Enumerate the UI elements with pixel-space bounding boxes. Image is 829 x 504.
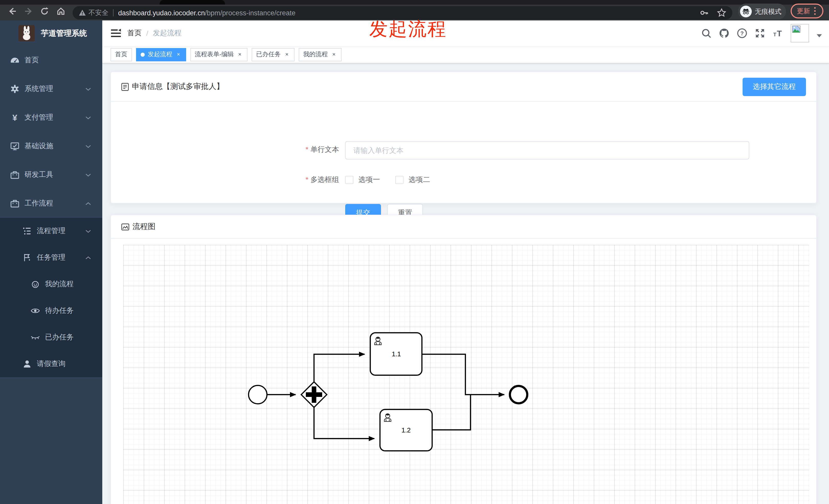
logo-rabbit-image [19,25,35,41]
flow-edge-gateway-task2[interactable] [314,408,374,438]
chevron-down-icon [85,173,91,177]
annotation-text: 发起流程 [369,17,447,42]
chevron-down-icon [85,144,91,148]
sidebar-item-my-processes[interactable]: 我的流程 [0,271,102,298]
active-tab-dot [141,52,145,56]
sidebar-item-done-tasks[interactable]: 已办任务 [0,324,102,351]
security-label[interactable]: 不安全 [88,8,108,17]
task-label: 1.1 [392,350,401,358]
picture-icon [121,223,130,230]
sidebar-item-process-management[interactable]: 流程管理 [0,218,102,244]
chevron-up-icon [85,256,91,260]
checkbox-option-two[interactable]: 选项二 [395,175,430,185]
sidebar-item-task-management[interactable]: 任务管理 [0,244,102,271]
update-label[interactable]: 更新 [797,6,810,15]
single-line-text-input[interactable] [345,141,749,159]
sidebar-item-dev-tools[interactable]: 研发工具 [0,160,102,189]
tab-done-tasks[interactable]: 已办任务× [252,48,295,61]
password-key-icon[interactable] [699,8,709,17]
home-icon[interactable] [56,7,66,16]
sidebar-item-infrastructure[interactable]: 基础设施 [0,132,102,160]
checkbox-group-label: *多选框组 [111,175,339,185]
browser-tab-strip [0,0,829,5]
text-field-label: *单行文本 [111,145,339,154]
end-event[interactable] [510,386,527,403]
bookmark-star-icon[interactable] [717,8,726,17]
breadcrumb-current: 发起流程 [153,29,182,38]
broken-image-icon [792,26,800,33]
address-divider [113,9,113,16]
tree-list-icon [23,226,32,236]
reload-icon[interactable] [40,7,49,16]
font-size-icon[interactable]: TT [773,28,783,38]
tab-home[interactable]: 首页 [110,48,132,61]
forward-icon[interactable] [24,7,33,16]
form-body: *单行文本 *多选框组 选项一 选项二 提交 重置 [111,102,816,203]
chrome-menu-icon[interactable] [814,7,816,15]
app-logo[interactable]: 芋道管理系统 [0,21,102,46]
choose-other-process-button[interactable]: 选择其它流程 [743,78,806,96]
tab-my-processes[interactable]: 我的流程× [299,48,341,61]
fullscreen-icon[interactable] [755,28,765,38]
application-info-card: 申请信息【测试多审批人】 选择其它流程 *单行文本 *多选框组 选项一 选项二 … [110,72,817,203]
sidebar-item-payment[interactable]: ¥ 支付管理 [0,103,102,132]
flow-edge-task2-join[interactable] [432,395,470,430]
app-root: 不安全 dashboard.yudao.iocoder.cn/bpm/proce… [0,0,829,504]
checkbox-option-one[interactable]: 选项一 [345,175,380,185]
toolbox-icon [10,170,20,180]
sidebar-item-home[interactable]: 首页 [0,46,102,75]
svg-text:T: T [773,32,776,37]
document-icon [121,83,129,91]
bpmn-diagram: 1.1 1.2 [123,245,809,504]
close-icon[interactable]: × [175,51,182,57]
close-icon[interactable]: × [331,51,337,57]
browser-active-tab[interactable] [159,0,225,5]
checkbox-icon[interactable] [395,176,403,184]
close-icon[interactable]: × [284,51,290,57]
gear-icon [10,84,20,93]
sidebar-collapse-icon[interactable] [111,28,121,38]
svg-text:¥: ¥ [12,113,17,122]
tab-create-process[interactable]: 发起流程× [136,48,186,61]
search-icon[interactable] [701,28,711,38]
github-icon[interactable] [719,28,729,38]
checkbox-group: 选项一 选项二 [345,175,445,185]
main-content: 申请信息【测试多审批人】 选择其它流程 *单行文本 *多选框组 选项一 选项二 … [102,64,829,504]
avatar-dropdown-caret-icon[interactable] [817,34,822,37]
url-path[interactable]: /bpm/process-instance/create [205,9,295,16]
breadcrumb-separator: / [146,29,148,37]
incognito-badge: 无痕模式 [738,4,786,20]
checkbox-icon[interactable] [345,176,353,184]
sidebar-item-workflow[interactable]: 工作流程 [0,189,102,218]
process-diagram-card: 流程图 [110,215,817,504]
chrome-update-button[interactable]: 更新 [791,4,823,18]
bpmn-canvas[interactable]: 1.1 1.2 [123,245,809,504]
monitor-icon [10,142,20,151]
form-card-title: 申请信息【测试多审批人】 [132,82,224,91]
required-mark: * [305,175,309,184]
url-host[interactable]: dashboard.yudao.iocoder.cn [118,9,205,16]
help-icon[interactable]: ? [737,28,747,38]
incognito-icon [740,6,752,17]
toolbox-icon [10,199,20,208]
close-icon[interactable]: × [237,51,243,57]
yen-icon: ¥ [10,113,20,122]
tab-process-form-edit[interactable]: 流程表单-编辑× [190,48,248,61]
sidebar-item-todo-tasks[interactable]: 待办任务 [0,298,102,324]
start-event[interactable] [249,385,267,404]
avatar[interactable] [791,24,809,42]
card-header: 流程图 [111,215,816,239]
breadcrumb: 首页 / 发起流程 [127,21,182,46]
breadcrumb-home[interactable]: 首页 [127,29,142,38]
sidebar: 芋道管理系统 首页 系统管理 ¥ 支付管理 基础设施 研发工具 工作 [0,21,102,504]
flow-edge-task1-end[interactable] [422,354,504,395]
back-icon[interactable] [8,7,17,16]
sidebar-item-leave-query[interactable]: 请假查询 [0,351,102,377]
incognito-label: 无痕模式 [755,7,782,16]
flow-edge-gateway-task1[interactable] [314,354,365,382]
required-mark: * [305,145,309,153]
flag-icon [23,253,32,262]
sidebar-item-system[interactable]: 系统管理 [0,75,102,103]
app-title: 芋道管理系统 [41,28,87,38]
person-icon [23,359,32,369]
